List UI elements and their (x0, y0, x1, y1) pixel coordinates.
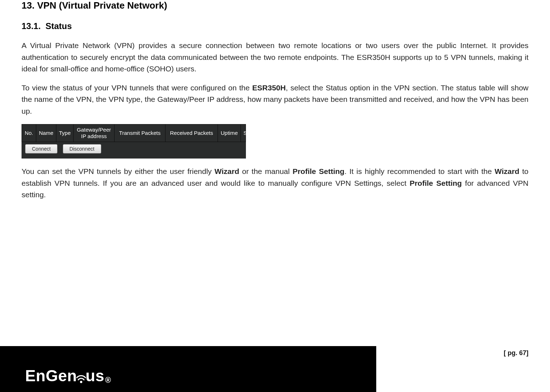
intro-paragraph-3: You can set the VPN tunnels by either th… (22, 166, 528, 201)
col-header-select: Select (241, 124, 261, 142)
col-header-tx: Transmit Packets (115, 124, 166, 142)
p3-text-a: You can set the VPN tunnels by either th… (22, 167, 215, 175)
connect-button[interactable]: Connect (25, 144, 57, 154)
col-header-type: Type (56, 124, 74, 142)
p3-bold-wizard-2: Wizard (495, 167, 519, 175)
vpn-status-panel: No. Name Type Gateway/Peer IP address Tr… (22, 124, 246, 159)
col-header-gateway: Gateway/Peer IP address (74, 124, 115, 142)
section-heading: 13. VPN (Virtual Private Network) (22, 0, 528, 11)
p3-bold-profile-2: Profile Setting (410, 179, 462, 187)
svg-point-0 (80, 381, 82, 383)
p2-bold-model: ESR350H (252, 84, 286, 92)
col-header-name: Name (36, 124, 56, 142)
registered-mark-icon: ® (105, 376, 111, 385)
vpn-status-button-row: Connect Disconnect (22, 142, 246, 159)
intro-paragraph-2: To view the status of your VPN tunnels t… (22, 82, 528, 117)
p3-text-e: . It is highly recommended to start with… (344, 167, 494, 175)
p2-text-a: To view the status of your VPN tunnels t… (22, 84, 252, 92)
p3-bold-profile-1: Profile Setting (293, 167, 345, 175)
wifi-icon (76, 370, 86, 388)
brand-text-pre: EnGen (25, 367, 77, 385)
section-title: VPN (Virtual Private Network) (37, 0, 167, 11)
p3-text-c: or the manual (239, 167, 293, 175)
col-header-uptime: Uptime (218, 124, 241, 142)
subsection-heading: 13.1. Status (22, 21, 528, 31)
brand-logo: EnGen us ® (25, 367, 111, 385)
subsection-number: 13.1. (22, 21, 41, 31)
intro-paragraph-1: A Virtual Private Network (VPN) provides… (22, 40, 528, 75)
subsection-title: Status (46, 21, 72, 31)
disconnect-button[interactable]: Disconnect (63, 144, 101, 154)
col-header-rx: Received Packets (166, 124, 218, 142)
vpn-status-table-header: No. Name Type Gateway/Peer IP address Tr… (22, 124, 246, 142)
p3-bold-wizard-1: Wizard (215, 167, 239, 175)
col-header-no: No. (22, 124, 36, 142)
page-number: [ pg. 67] (504, 349, 528, 357)
section-number: 13. (22, 0, 34, 11)
brand-text-post: us (85, 367, 104, 385)
